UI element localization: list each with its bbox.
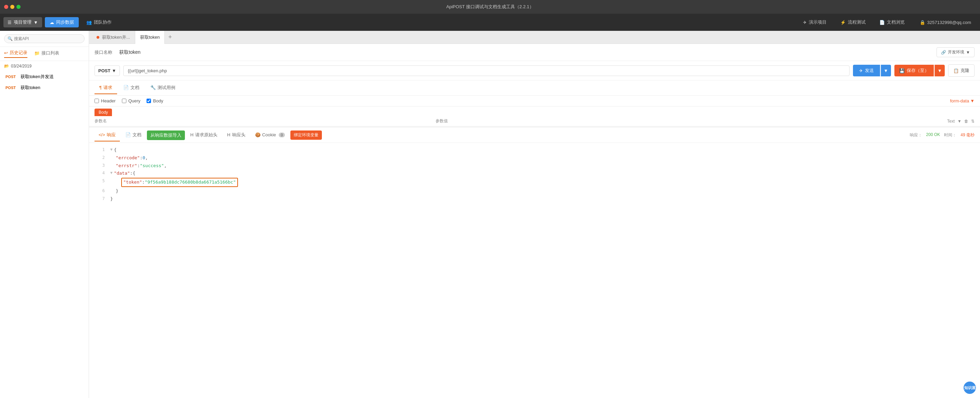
collapse-arrow[interactable]: ▼ (110, 146, 113, 154)
cloud-icon: ☁ (50, 20, 54, 25)
header-checkbox[interactable] (94, 99, 99, 103)
link-icon: 🔗 (941, 50, 946, 55)
menu-icon: ☰ (8, 20, 12, 25)
window-controls (4, 5, 21, 9)
json-viewer: 1 ▼ { 2 "errcode" : 0 , 3 "errstr" : "su… (89, 143, 980, 398)
main-nav-tabs: ✈ 演示项目 ⚡ 流程测试 📄 文档浏览 (796, 16, 912, 28)
url-input[interactable] (123, 65, 849, 76)
nav-tab-demo[interactable]: ✈ 演示项目 (796, 16, 834, 28)
text-type-label: Text (947, 119, 955, 124)
tab-item-1[interactable]: 获取token (135, 31, 165, 44)
body-checkbox[interactable] (146, 99, 151, 103)
nav-tab-flow[interactable]: ⚡ 流程测试 (834, 16, 872, 28)
sidebar: 🔍 ↩ 历史记录 📁 接口列表 📂 03/24/2019 POST 获取toke… (0, 31, 89, 398)
send-dropdown-button[interactable]: ▼ (881, 65, 891, 76)
response-label: 响应： (910, 132, 922, 138)
tab-add-button[interactable]: + (165, 33, 175, 41)
team-collab-button[interactable]: 👥 团队协作 (81, 17, 116, 27)
tab-dot (97, 36, 99, 39)
json-line-2: 2 "errcode" : 0 , (89, 154, 980, 162)
status-code: 200 OK (926, 132, 940, 138)
resp-tab-doc[interactable]: 📄 文档 (121, 129, 146, 142)
url-row: POST ▼ ✈ 发送 ▼ 💾 保存（至） ▼ 📋 克隆 (89, 61, 980, 81)
api-name-row: 接口名称 🔗 开发环境 ▼ (89, 44, 980, 61)
save-dropdown-button[interactable]: ▼ (934, 65, 945, 76)
method-select[interactable]: POST ▼ (94, 65, 120, 76)
resp-tab-raw-header[interactable]: H 请求原始头 (186, 129, 221, 142)
query-checkbox[interactable] (122, 99, 126, 103)
doc-icon: 📄 (125, 132, 131, 137)
param-value-header: 参数值 (436, 118, 947, 124)
doc-icon: 📄 (879, 20, 885, 25)
time-label: 时间： (944, 132, 956, 138)
body-tag-button[interactable]: Body (94, 108, 112, 116)
form-data-link[interactable]: form-data ▼ (950, 98, 975, 103)
json-line-1: 1 ▼ { (89, 146, 980, 154)
sidebar-item-api-list[interactable]: 📁 接口列表 (34, 50, 59, 58)
list-item[interactable]: POST 获取token (0, 82, 89, 93)
json-line-6: 6 } (89, 187, 980, 195)
api-name-input[interactable] (119, 50, 932, 55)
sidebar-item-history[interactable]: ↩ 历史记录 (4, 50, 27, 58)
body-tag-area: Body (89, 107, 980, 116)
sync-data-button[interactable]: ☁ 同步数据 (45, 17, 79, 27)
watermark: 知识屋 (964, 382, 976, 394)
time-value: 49 毫秒 (961, 132, 975, 138)
chevron-down-icon: ▼ (111, 68, 116, 73)
collapse-arrow-data[interactable]: ▼ (110, 170, 113, 177)
method-badge-post: POST (5, 86, 18, 90)
search-input[interactable] (4, 34, 84, 43)
body-checkbox-item[interactable]: Body (146, 98, 163, 103)
app-title: ApiPOST 接口调试与文档生成工具（2.2.1） (446, 4, 533, 10)
import-from-response-button[interactable]: 从响应数据导入 (147, 131, 185, 140)
header-checkbox-item[interactable]: Header (94, 98, 116, 103)
resp-tab-cookie[interactable]: 🍪 Cookie 0 (251, 129, 290, 141)
params-type-area: Text ▼ 🗑 ⇅ (947, 119, 975, 124)
paragraph-icon: ¶ (99, 85, 102, 90)
top-navbar: ☰ 项目管理 ▼ ☁ 同步数据 👥 团队协作 ✈ 演示项目 ⚡ 流程测试 📄 文… (0, 14, 980, 31)
tab-doc[interactable]: 📄 文档 (118, 82, 144, 94)
list-item[interactable]: POST 获取token并发送 (0, 71, 89, 82)
content-area: 获取token并... 获取token + 接口名称 🔗 开发环境 ▼ POST… (89, 31, 980, 398)
tab-request[interactable]: ¶ 请求 (94, 82, 117, 94)
h-icon: H (227, 132, 230, 137)
resp-tab-resp-header[interactable]: H 响应头 (223, 129, 249, 142)
params-header: 参数名 参数值 Text ▼ 🗑 ⇅ (89, 116, 980, 126)
save-icon: 💾 (899, 68, 905, 73)
list-icon: 📁 (34, 51, 40, 56)
search-icon: 🔍 (8, 36, 13, 41)
json-line-7: 7 } (89, 195, 980, 203)
send-button-group: ✈ 发送 ▼ (853, 65, 891, 76)
search-wrap: 🔍 (4, 34, 84, 43)
chevron-down-icon: ▼ (33, 20, 38, 25)
param-name-header: 参数名 (94, 118, 436, 124)
clone-button[interactable]: 📋 克隆 (948, 64, 975, 77)
clone-icon: 📋 (953, 68, 959, 73)
tab-test-case[interactable]: 🔧 测试用例 (146, 82, 180, 94)
maximize-dot[interactable] (16, 5, 21, 9)
h-icon: H (190, 132, 194, 137)
minimize-dot[interactable] (10, 5, 14, 9)
send-icon: ✈ (803, 20, 807, 25)
sidebar-date[interactable]: 📂 03/24/2019 (0, 61, 89, 71)
team-icon: 👥 (86, 20, 92, 25)
api-item-name: 获取token (21, 84, 40, 91)
save-main-button[interactable]: 💾 保存（至） (894, 65, 934, 76)
cookie-icon: 🍪 (255, 132, 261, 137)
bind-env-variable-button[interactable]: 绑定环境变量 (290, 131, 322, 140)
doc-icon: 📄 (123, 85, 129, 90)
flow-icon: ⚡ (840, 20, 846, 25)
send-main-button[interactable]: ✈ 发送 (853, 65, 880, 76)
nav-tab-doc[interactable]: 📄 文档浏览 (872, 16, 912, 28)
resp-tab-response[interactable]: </> 响应 (94, 129, 120, 142)
json-line-3: 3 "errstr" : "success" , (89, 162, 980, 170)
project-manager-button[interactable]: ☰ 项目管理 ▼ (3, 17, 42, 27)
method-badge-post: POST (5, 75, 18, 79)
tab-item-0[interactable]: 获取token并... (92, 31, 135, 44)
env-button[interactable]: 🔗 开发环境 ▼ (937, 47, 975, 57)
highlighted-token: "token" : "9f56a9b188dc76680b8da6671a516… (121, 178, 238, 187)
close-dot[interactable] (4, 5, 8, 9)
delete-icon[interactable]: 🗑 (964, 119, 968, 124)
sort-icon[interactable]: ⇅ (971, 119, 975, 124)
query-checkbox-item[interactable]: Query (122, 98, 140, 103)
